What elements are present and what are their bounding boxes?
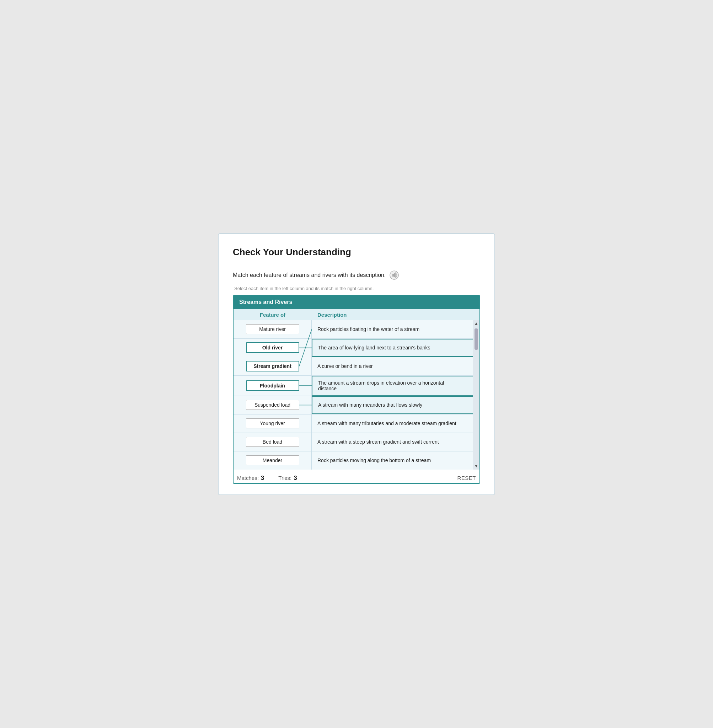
matches-label: Matches:: [237, 475, 259, 481]
left-cell-meander: Meander: [234, 452, 312, 470]
right-cell-mature_river[interactable]: Rock particles floating in the water of …: [312, 320, 479, 339]
scroll-down-arrow[interactable]: ▼: [473, 462, 479, 470]
sub-instruction: Select each item in the left column and …: [233, 286, 480, 291]
reset-button[interactable]: RESET: [457, 475, 476, 481]
right-cell-floodplain[interactable]: The amount a stream drops in elevation o…: [312, 376, 479, 395]
right-cell-old_river[interactable]: The area of low-lying land next to a str…: [312, 339, 479, 357]
tries-value: 3: [294, 474, 297, 482]
right-cell-stream_gradient[interactable]: A curve or bend in a river: [312, 357, 479, 375]
left-label-suspended_load[interactable]: Suspended load: [246, 400, 299, 410]
footer: Matches: 3 Tries: 3 RESET: [234, 470, 479, 483]
scroll-up-arrow[interactable]: ▲: [473, 320, 479, 327]
left-cell-stream_gradient: Stream gradient: [234, 357, 312, 375]
table-row: Suspended loadA stream with many meander…: [234, 395, 479, 414]
instruction-row: Match each feature of streams and rivers…: [233, 270, 480, 280]
matching-table: Streams and Rivers Feature of Descriptio…: [233, 295, 480, 484]
scrollbar[interactable]: ▲▼: [473, 320, 479, 470]
page-title: Check Your Understanding: [233, 247, 480, 258]
table-row: MeanderRock particles moving along the b…: [234, 451, 479, 470]
right-cell-suspended_load[interactable]: A stream with many meanders that flows s…: [312, 396, 479, 414]
left-cell-old_river: Old river: [234, 339, 312, 357]
left-label-young_river[interactable]: Young river: [246, 418, 299, 428]
left-cell-suspended_load: Suspended load: [234, 396, 312, 414]
table-row: FloodplainThe amount a stream drops in e…: [234, 375, 479, 395]
sound-icon[interactable]: [389, 270, 399, 280]
left-label-mature_river[interactable]: Mature river: [246, 324, 299, 334]
left-label-bed_load[interactable]: Bed load: [246, 437, 299, 447]
table-header: Streams and Rivers: [234, 295, 479, 309]
left-cell-young_river: Young river: [234, 415, 312, 433]
column-headers: Feature of Description: [234, 309, 479, 320]
left-cell-bed_load: Bed load: [234, 433, 312, 451]
table-body: Mature riverRock particles floating in t…: [234, 320, 479, 470]
table-row: Stream gradientA curve or bend in a rive…: [234, 357, 479, 375]
left-label-floodplain[interactable]: Floodplain: [246, 380, 299, 391]
right-cell-bed_load[interactable]: A stream with a steep stream gradient an…: [312, 433, 479, 451]
left-cell-floodplain: Floodplain: [234, 376, 312, 395]
left-label-meander[interactable]: Meander: [246, 455, 299, 465]
right-cell-young_river[interactable]: A stream with many tributaries and a mod…: [312, 415, 479, 433]
table-row: Young riverA stream with many tributarie…: [234, 414, 479, 433]
instruction-text: Match each feature of streams and rivers…: [233, 272, 386, 278]
tries-label: Tries:: [278, 475, 291, 481]
left-cell-mature_river: Mature river: [234, 320, 312, 339]
left-label-old_river[interactable]: Old river: [246, 342, 299, 353]
scroll-thumb[interactable]: [474, 328, 478, 350]
left-col-header: Feature of: [234, 312, 312, 318]
tries-stat: Tries: 3: [278, 474, 297, 482]
table-row: Mature riverRock particles floating in t…: [234, 320, 479, 339]
right-cell-meander[interactable]: Rock particles moving along the bottom o…: [312, 452, 479, 470]
right-col-header: Description: [312, 312, 479, 318]
left-label-stream_gradient[interactable]: Stream gradient: [246, 361, 299, 371]
divider: [233, 263, 480, 263]
table-row: Old riverThe area of low-lying land next…: [234, 339, 479, 357]
matches-stat: Matches: 3: [237, 474, 264, 482]
matches-value: 3: [261, 474, 264, 482]
main-card: Check Your Understanding Match each feat…: [218, 233, 495, 495]
table-row: Bed loadA stream with a steep stream gra…: [234, 433, 479, 451]
